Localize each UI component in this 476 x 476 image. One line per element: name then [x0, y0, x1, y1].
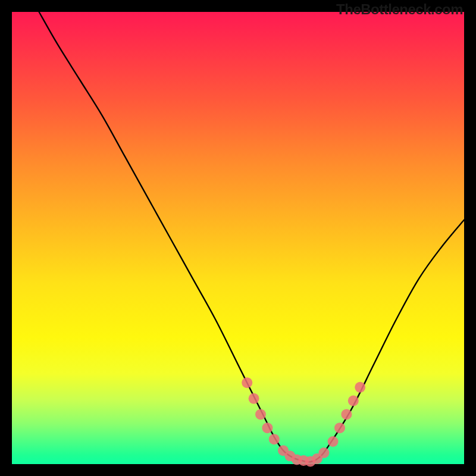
highlight-marker [318, 447, 329, 458]
highlight-marker [262, 422, 273, 433]
highlight-marker [249, 393, 259, 404]
plot-area [12, 12, 464, 464]
highlight-marker [242, 377, 252, 388]
highlight-marker [334, 422, 345, 433]
highlight-marker [355, 382, 365, 393]
highlight-marker [269, 434, 280, 444]
highlight-marker [255, 409, 266, 419]
highlight-markers [242, 377, 365, 466]
highlight-marker [348, 396, 359, 406]
highlight-marker [341, 409, 352, 419]
chart-frame [12, 12, 464, 464]
curve-layer [12, 12, 464, 464]
highlight-marker [328, 436, 339, 447]
watermark-text: TheBottleneck.com [336, 1, 463, 18]
